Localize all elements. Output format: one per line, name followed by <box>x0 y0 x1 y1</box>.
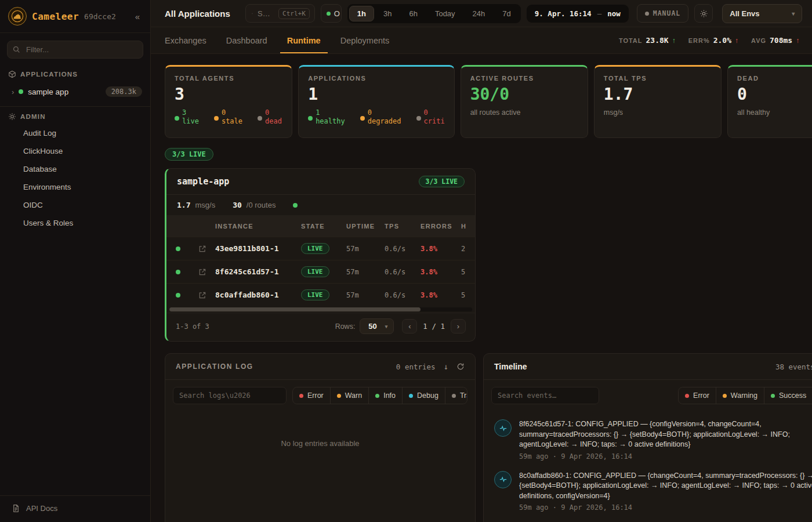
search-icon <box>13 46 20 53</box>
time-window-display[interactable]: 9. Apr. 16:14 — now <box>527 5 629 23</box>
horizontal-scrollbar[interactable] <box>169 307 472 311</box>
trend-up-icon: ↑ <box>796 37 799 45</box>
table-footer: 1-3 of 3 Rows: 50 ▾ ‹ 1 / 1 › <box>166 313 475 341</box>
gear-icon <box>8 113 16 121</box>
bottom-panels: APPLICATION LOG 0 entries ↓ Error Warn I… <box>165 353 812 522</box>
level-dot <box>409 394 413 398</box>
sidebar-item-clickhouse[interactable]: ClickHouse <box>0 142 150 160</box>
range-1h[interactable]: 1h <box>349 6 374 21</box>
expand-chevron-icon[interactable]: › <box>12 88 14 96</box>
live-summary-badge[interactable]: 3/3 LIVE <box>165 148 213 161</box>
level-dot <box>337 394 341 398</box>
topbar: All Applications Ctrl+K O 1h 3h 6h Today… <box>151 0 812 27</box>
refresh-icon[interactable] <box>456 362 465 371</box>
manual-refresh-button[interactable]: MANUAL <box>637 4 689 23</box>
app-health-dot <box>293 203 298 208</box>
app-panel-header[interactable]: sample-app 3/3 LIVE <box>166 169 475 195</box>
filter-error[interactable]: Error <box>293 387 330 404</box>
prev-page-button[interactable]: ‹ <box>402 319 417 334</box>
state-badge: LIVE <box>301 243 329 254</box>
card-value: 0 <box>737 86 812 103</box>
rows-per-page-label: Rows: <box>335 322 356 331</box>
brand-logo[interactable] <box>8 7 27 26</box>
env-select[interactable]: All Envs ▾ <box>722 4 802 23</box>
range-7d[interactable]: 7d <box>494 6 519 21</box>
global-search-input[interactable] <box>258 9 274 18</box>
tab-runtime[interactable]: Runtime <box>287 27 321 53</box>
card-value: 1.7 <box>604 86 712 103</box>
filter-trace[interactable]: Trace <box>445 387 467 404</box>
filter-error[interactable]: Error <box>679 387 716 404</box>
search-icon <box>252 10 253 17</box>
timeline-event[interactable]: 8c0affadb860-1: CONFIG_APPLIED — {change… <box>484 465 812 517</box>
filter-success[interactable]: Success <box>764 387 812 404</box>
sidebar-item-database[interactable]: Database <box>0 160 150 178</box>
sidebar: Cameleer 69dcce2 « APPLICATIONS › sample… <box>0 0 151 522</box>
filter-debug[interactable]: Debug <box>402 387 445 404</box>
scrollbar-thumb[interactable] <box>169 307 420 311</box>
uptime-cell: 57m <box>346 268 385 276</box>
filter-info[interactable]: Info <box>368 387 402 404</box>
sidebar-filter-input[interactable] <box>7 41 143 59</box>
external-link-icon[interactable] <box>198 268 206 276</box>
timeline-search-input[interactable] <box>491 387 599 404</box>
kpi-avg: AVG 708ms ↑ <box>751 36 799 45</box>
application-log-panel: APPLICATION LOG 0 entries ↓ Error Warn I… <box>165 353 476 522</box>
event-text: 8c0affadb860-1: CONFIG_APPLIED — {change… <box>519 471 812 502</box>
table-row[interactable]: 43ee9811b801-1 LIVE 57m 0.6/s 3.8% 2 <box>166 237 476 260</box>
online-status-button[interactable]: O <box>321 4 342 23</box>
level-dot <box>771 394 775 398</box>
sidebar-item-environments[interactable]: Environments <box>0 178 150 196</box>
sidebar-header: Cameleer 69dcce2 « <box>0 0 150 33</box>
sidebar-item-oidc[interactable]: OIDC <box>0 196 150 214</box>
external-link-icon[interactable] <box>198 245 206 253</box>
sidebar-filter <box>7 41 143 59</box>
extra-cell: 5 <box>461 291 476 299</box>
stat-dead: 0dead <box>258 108 282 126</box>
global-search[interactable]: Ctrl+K <box>245 4 315 23</box>
table-row[interactable]: 8f6245c61d57-1 LIVE 57m 0.6/s 3.8% 5 <box>166 260 476 283</box>
external-link-icon[interactable] <box>198 291 206 299</box>
errors-cell: 3.8% <box>420 291 461 299</box>
col-instance: INSTANCE <box>215 223 301 230</box>
status-dot <box>175 116 179 121</box>
sidebar-item-users-roles[interactable]: Users & Roles <box>0 214 150 232</box>
range-3h[interactable]: 3h <box>375 6 400 21</box>
timeline-event-count: 38 events <box>775 362 812 371</box>
state-badge: LIVE <box>301 289 329 300</box>
next-page-button[interactable]: › <box>451 319 466 334</box>
timeline-event[interactable]: 8f6245c61d57-1: CONFIG_APPLIED — {config… <box>484 414 812 465</box>
tab-deployments[interactable]: Deployments <box>340 27 390 53</box>
api-docs-label: API Docs <box>26 504 57 513</box>
sidebar-item-sample-app[interactable]: › sample app 208.3k <box>0 82 150 102</box>
range-6h[interactable]: 6h <box>401 6 425 21</box>
card-total-tps: TOTAL TPS 1.7 msg/s <box>594 65 722 138</box>
sidebar-collapse-button[interactable]: « <box>133 10 142 23</box>
log-search-input[interactable] <box>173 387 287 404</box>
filter-warn[interactable]: Warn <box>330 387 368 404</box>
app-live-badge: 3/3 LIVE <box>419 176 465 187</box>
card-applications: APPLICATIONS 1 1healthy 0degraded <box>298 65 455 138</box>
manual-label: MANUAL <box>653 9 681 17</box>
theme-toggle-button[interactable] <box>694 4 713 23</box>
log-filter-bar: Error Warn Info Debug Trace <box>165 380 475 411</box>
sidebar-item-audit-log[interactable]: Audit Log <box>0 124 150 142</box>
sun-icon <box>699 9 708 18</box>
timeline-event[interactable]: 43ee9811b801-1: CONFIG_APPLIED — {change… <box>484 516 812 522</box>
tab-dashboard[interactable]: Dashboard <box>226 27 267 53</box>
app-panel-metrics: 1.7 msg/s 30 /0 routes <box>166 195 475 216</box>
filter-warning[interactable]: Warning <box>716 387 764 404</box>
table-row[interactable]: 8c0affadb860-1 LIVE 57m 0.6/s 3.8% 5 <box>166 283 476 306</box>
app-count-badge: 208.3k <box>106 86 142 97</box>
errors-cell: 3.8% <box>420 268 461 276</box>
tab-exchanges[interactable]: Exchanges <box>165 27 206 53</box>
range-today[interactable]: Today <box>427 6 463 21</box>
rows-per-page-select[interactable]: 50 ▾ <box>360 318 394 334</box>
kpi-label: TOTAL <box>619 37 643 44</box>
download-icon[interactable]: ↓ <box>444 362 448 371</box>
env-select-value: All Envs <box>730 9 759 18</box>
manual-dot <box>645 12 649 16</box>
kpi-value: 2.0% <box>713 36 731 45</box>
api-docs-link[interactable]: API Docs <box>0 495 150 522</box>
range-24h[interactable]: 24h <box>465 6 494 21</box>
